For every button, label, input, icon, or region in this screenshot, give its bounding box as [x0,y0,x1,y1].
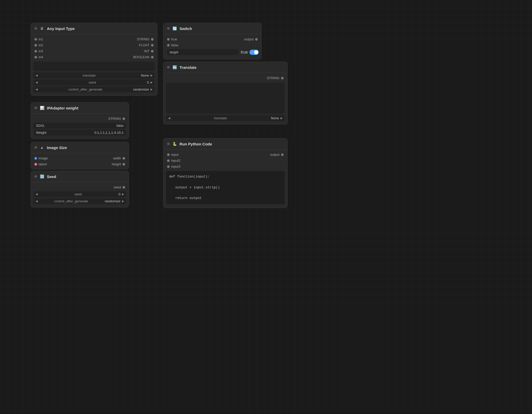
port-python-output-dot[interactable] [281,153,284,156]
cag-value: randomize [133,87,149,91]
seed-cag-right[interactable]: ▶ [122,199,124,203]
target-input[interactable]: target [167,49,239,55]
seed-body: seed ◀ seed 0 ▶ ◀ control_after_generate… [31,182,129,207]
image-size-title: Image Size [47,145,67,150]
seed-ctrl-label: seed [74,192,82,196]
port-output-dot[interactable] [255,38,258,41]
target-value: true [241,50,248,55]
run-python-code-node: 🐍 Run Python Code input output input2 in… [163,138,287,208]
translate-right-arrow[interactable]: ▶ [150,74,153,77]
seed-out-dot[interactable] [123,186,125,189]
port-row-in2: in2 FLOAT [31,42,157,48]
status-dot [34,175,37,178]
port-in2-dot[interactable] [34,44,37,47]
port-string-dot[interactable] [151,38,154,41]
translate-ctrl-left[interactable]: ◀ [168,116,170,120]
code-line-2: output = input.strip() [169,186,220,189]
port-python-input3-dot[interactable] [167,165,170,168]
translate-text-area[interactable] [166,83,285,114]
translate-ctrl-right[interactable]: ▶ [281,116,283,120]
translate-header: 🔤 Translate [163,62,287,73]
status-dot [167,27,170,30]
ipadapter-string-label: STRING [108,117,121,121]
port-height-dot[interactable] [123,163,125,166]
seed-icon: 🔢 [39,174,45,179]
python-input-row: input output [163,152,287,158]
weight-label: Weight [36,131,46,135]
port-float-dot[interactable] [151,44,154,47]
translate-icon: 🔤 [172,64,177,70]
port-out-int-label: INT [144,49,149,53]
translate-string-dot[interactable] [281,77,284,79]
image-size-node: ▲ Image Size image width latent height [31,142,129,169]
port-row-in4: in4 BOOLEAN [31,54,157,60]
switch-true-row: true output [163,36,261,42]
target-row: target true [163,48,261,57]
seed-header: 🔢 Seed [31,171,129,182]
switch-body: true output false target true [163,34,261,59]
run-python-title: Run Python Code [179,142,212,146]
run-python-header: 🐍 Run Python Code [163,138,287,150]
port-output-label: output [244,37,254,41]
seed-cag-left[interactable]: ◀ [35,199,38,203]
any-input-type-node: 🖥 Any Input Type in1 STRING in2 FLOAT [31,23,157,96]
status-dot [167,66,170,69]
cag-right-arrow[interactable]: ▶ [150,88,153,91]
switch-header: 🔄 Switch [163,23,261,34]
port-int-dot[interactable] [151,50,154,53]
code-line-3: return output [169,196,202,200]
seed-right-arrow[interactable]: ▶ [150,81,153,84]
python-icon: 🐍 [172,141,177,147]
seed-port-row: seed [31,184,129,190]
seed-ctrl-left[interactable]: ◀ [35,193,38,196]
cag-left-arrow[interactable]: ◀ [35,88,38,91]
any-input-type-icon: 🖥 [39,26,45,31]
ipadapter-string-dot[interactable] [123,117,125,120]
port-latent-dot[interactable] [34,163,37,166]
cag-label: control_after_generate [68,87,102,91]
port-in3-label: in3 [39,49,43,53]
port-image-label: image [39,156,48,160]
port-false-dot[interactable] [167,44,170,47]
ipadapter-icon: 📊 [39,105,45,111]
any-input-type-header: 🖥 Any Input Type [31,23,157,34]
port-python-output-label: output [270,153,279,157]
port-row-in3: in3 INT [31,48,157,54]
weight-row: Weight 0:1,1:1,1,1,1,4-15:1 [33,130,126,136]
run-python-body: input output input2 input3 def function(… [163,150,287,208]
port-width-dot[interactable] [123,157,125,160]
port-python-input2-dot[interactable] [167,159,170,162]
port-in1-label: in1 [39,37,43,41]
seed-left-arrow[interactable]: ◀ [35,81,38,84]
switch-icon: 🔄 [172,26,177,31]
switch-title: Switch [179,26,192,31]
translate-ctrl-value: None [271,116,279,120]
code-editor[interactable]: def function(input): output = input.stri… [166,171,285,204]
seed-out-label: seed [114,185,121,189]
ipadapter-weight-node: 📊 IPAdapter weight STRING SDXL false Wei… [31,102,129,139]
port-boolean-dot[interactable] [151,56,154,58]
translate-ctrl-label: translate [214,116,227,120]
seed-value: 0 [147,80,149,84]
port-out-boolean-label: BOOLEAN [133,55,149,59]
translate-value: None [141,73,149,77]
translate-node: 🔤 Translate STRING ◀ translate None ▶ [163,62,287,124]
toggle-switch[interactable] [249,50,259,55]
translate-left-arrow[interactable]: ◀ [35,74,38,77]
port-true-dot[interactable] [167,38,170,41]
port-in2-label: in2 [39,43,43,47]
text-area[interactable] [33,62,155,71]
seed-ctrl-right[interactable]: ▶ [122,193,124,196]
sdxl-label: SDXL [36,124,45,128]
port-in4-dot[interactable] [34,56,37,58]
port-python-input-dot[interactable] [167,153,170,156]
port-image-dot[interactable] [34,157,37,160]
port-python-input2-label: input2 [171,159,180,162]
seed-control: ◀ seed 0 ▶ [33,79,155,85]
seed-label: seed [89,80,96,84]
switch-false-row: false [163,42,261,48]
port-in1-dot[interactable] [34,38,37,41]
port-out-float-label: FLOAT [139,43,149,47]
port-in3-dot[interactable] [34,50,37,53]
port-false-label: false [171,43,178,47]
